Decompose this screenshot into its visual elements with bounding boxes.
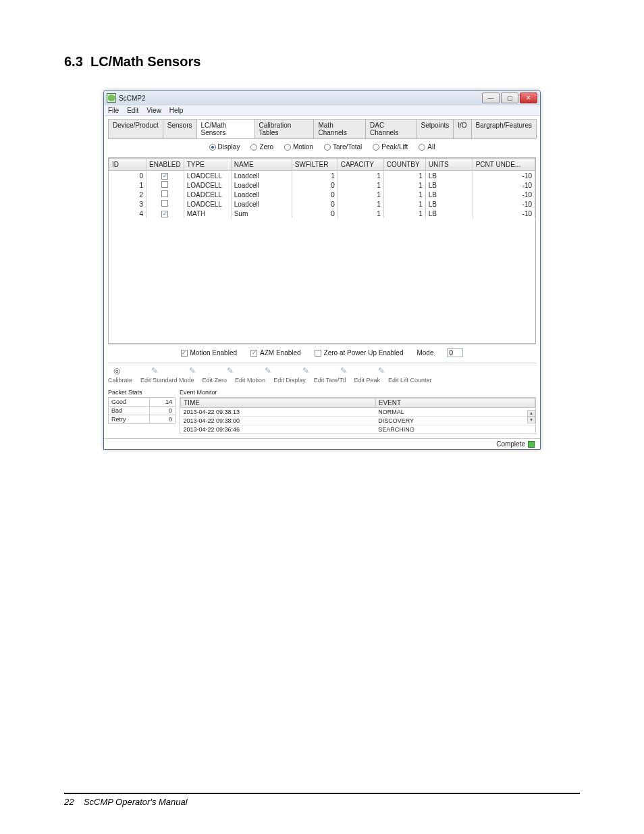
minimize-button[interactable]: —: [482, 93, 500, 103]
calibrate-icon[interactable]: ◎: [112, 366, 122, 375]
status-light-icon: [528, 441, 535, 448]
event-scrollbar[interactable]: ▴ ▾: [527, 410, 535, 423]
titlebar: ScCMP2 — ▢ ✕: [104, 90, 540, 105]
menu-file[interactable]: File: [108, 107, 119, 114]
col-name[interactable]: NAME: [231, 159, 292, 171]
view-zero[interactable]: Zero: [250, 143, 273, 151]
packet-stats-panel: Packet Stats Good14 Bad0 Retry0: [108, 389, 176, 434]
view-mode-row: Display Zero Motion Tare/Total Peak/Lift…: [104, 139, 540, 157]
col-id[interactable]: ID: [109, 159, 146, 171]
menubar: File Edit View Help: [104, 105, 540, 116]
table-row[interactable]: 0LOADCELLLoadcell111LB-10: [109, 171, 535, 181]
evt-col-event[interactable]: EVENT: [375, 398, 535, 408]
tab-calibration-tables[interactable]: Calibration Tables: [254, 119, 315, 138]
edit-zero-label: Edit Zero: [203, 377, 227, 384]
enabled-checkbox[interactable]: [161, 200, 168, 207]
tab-lcmath-sensors[interactable]: LC/Math Sensors: [196, 119, 255, 138]
tab-bargraph-features[interactable]: Bargraph/Features: [471, 119, 537, 138]
maximize-button[interactable]: ▢: [501, 93, 518, 103]
table-row[interactable]: 1LOADCELLLoadcell011LB-10: [109, 180, 535, 190]
col-capacity[interactable]: CAPACITY: [338, 159, 383, 171]
edit-peak-icon[interactable]: ✎: [339, 366, 348, 375]
col-enabled[interactable]: ENABLED: [146, 159, 184, 171]
azm-enabled-checkbox[interactable]: AZM Enabled: [250, 349, 301, 357]
packet-row-bad: Bad0: [109, 407, 176, 415]
scroll-down-icon[interactable]: ▾: [527, 417, 535, 423]
page-footer: 22 ScCMP Operator's Manual: [64, 793, 580, 807]
col-pcnt-unde[interactable]: PCNT UNDE...: [473, 159, 535, 171]
tab-math-channels[interactable]: Math Channels: [313, 119, 366, 138]
col-units[interactable]: UNITS: [425, 159, 473, 171]
edit-zero-icon[interactable]: ✎: [188, 366, 197, 375]
view-motion[interactable]: Motion: [284, 143, 313, 151]
packet-stats-title: Packet Stats: [108, 389, 176, 397]
col-countby[interactable]: COUNTBY: [383, 159, 425, 171]
menu-help[interactable]: Help: [169, 107, 184, 114]
section-heading: 6.3 LC/Math Sensors: [64, 54, 580, 70]
table-row[interactable]: 3LOADCELLLoadcell011LB-10: [109, 199, 535, 209]
view-peak-lift[interactable]: Peak/Lift: [373, 143, 408, 151]
zero-powerup-checkbox[interactable]: Zero at Power Up Enabled: [315, 349, 404, 357]
packet-row-retry: Retry0: [109, 415, 176, 424]
tab-io[interactable]: I/O: [453, 119, 471, 138]
col-swfilter[interactable]: SWFILTER: [292, 159, 338, 171]
edit-standard-icon[interactable]: ✎: [150, 366, 159, 375]
edit-peak-label: Edit Peak: [354, 377, 381, 384]
window-title: ScCMP2: [119, 95, 482, 102]
mode-input[interactable]: [447, 348, 463, 357]
enabled-checkbox[interactable]: [161, 181, 168, 188]
grid-header: ID ENABLED TYPE NAME SWFILTER CAPACITY C…: [109, 159, 535, 171]
col-type[interactable]: TYPE: [184, 159, 231, 171]
scroll-up-icon[interactable]: ▴: [527, 410, 535, 417]
event-row[interactable]: 2013-04-22 09:36:46SEARCHING: [181, 425, 535, 434]
app-icon: [107, 93, 116, 103]
event-row[interactable]: 2013-04-22 09:38:13NORMAL: [181, 408, 535, 417]
tab-dac-channels[interactable]: DAC Channels: [365, 119, 417, 138]
view-all[interactable]: All: [419, 143, 435, 151]
evt-col-time[interactable]: TIME: [181, 398, 376, 408]
edit-standard-label: Edit Standard Mode: [140, 377, 194, 384]
bottom-options: Motion Enabled AZM Enabled Zero at Power…: [108, 344, 536, 361]
enabled-checkbox[interactable]: [161, 211, 168, 217]
menu-view[interactable]: View: [146, 107, 161, 114]
tab-setpoints[interactable]: Setpoints: [417, 119, 454, 138]
view-tare-total[interactable]: Tare/Total: [324, 143, 362, 151]
table-row[interactable]: 4MATHSum011LB-10: [109, 209, 535, 218]
grid-empty-area: [109, 218, 535, 343]
enabled-checkbox[interactable]: [161, 190, 168, 197]
motion-enabled-checkbox[interactable]: Motion Enabled: [181, 349, 238, 357]
statusbar: Complete: [104, 438, 540, 449]
edit-lift-counter-icon[interactable]: ✎: [377, 366, 386, 375]
edit-display-label: Edit Display: [273, 377, 306, 384]
edit-display-icon[interactable]: ✎: [263, 366, 273, 375]
status-text: Complete: [496, 440, 525, 448]
table-row[interactable]: 2LOADCELLLoadcell011LB-10: [109, 190, 535, 199]
tab-sensors[interactable]: Sensors: [163, 119, 197, 138]
packet-row-good: Good14: [109, 398, 176, 407]
calibrate-label: Calibrate: [108, 377, 132, 384]
edit-tare-ttl-icon[interactable]: ✎: [301, 366, 311, 375]
menu-edit[interactable]: Edit: [127, 107, 138, 114]
tab-row: Device/Product Sensors LC/Math Sensors C…: [108, 119, 536, 139]
app-window: ScCMP2 — ▢ ✕ File Edit View Help Device/…: [103, 90, 541, 450]
event-monitor-title: Event Monitor: [180, 389, 536, 397]
tab-device-product[interactable]: Device/Product: [108, 119, 163, 138]
event-row[interactable]: 2013-04-22 09:38:00DISCOVERY: [181, 417, 535, 425]
view-display[interactable]: Display: [209, 143, 240, 151]
edit-motion-label: Edit Motion: [235, 377, 265, 384]
sensor-grid[interactable]: ID ENABLED TYPE NAME SWFILTER CAPACITY C…: [108, 157, 536, 344]
event-monitor-panel: TIME EVENT 2013-04-22 09:38:13NORMAL2013…: [180, 397, 536, 434]
mode-label: Mode: [417, 349, 433, 357]
toolbelt: ◎ ✎ ✎ ✎ ✎ ✎ ✎ ✎ Calibrate Edit Standard …: [108, 363, 536, 386]
enabled-checkbox[interactable]: [161, 173, 168, 180]
edit-lift-counter-label: Edit Lift Counter: [388, 377, 432, 384]
edit-motion-icon[interactable]: ✎: [225, 366, 235, 375]
close-button[interactable]: ✕: [520, 93, 537, 103]
edit-tare-ttl-label: Edit Tare/Ttl: [314, 377, 346, 384]
